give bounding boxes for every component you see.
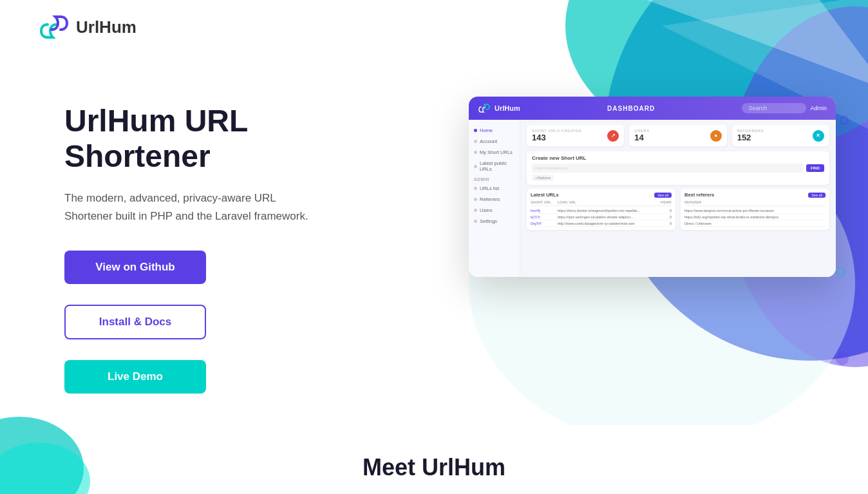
live-demo-button[interactable]: Live Demo bbox=[64, 360, 206, 394]
create-options-row: +Options bbox=[532, 175, 824, 181]
views-cell: 0 bbox=[659, 209, 672, 213]
dashboard-header: UrlHum DASHBOARD Search Admin bbox=[469, 97, 836, 120]
create-url-button[interactable]: FIND bbox=[806, 164, 824, 172]
stats-row: SHORT URLS CREATED 143 ↗ USERS 14 ● bbox=[527, 125, 829, 146]
sidebar-item-my-urls[interactable]: My Short URLs bbox=[469, 147, 520, 158]
col-views: VIEWS bbox=[659, 200, 672, 204]
sidebar-item-home[interactable]: Home bbox=[469, 125, 520, 136]
sidebar-dot bbox=[474, 198, 477, 201]
deco-circle-2 bbox=[836, 267, 845, 276]
sidebar-dot bbox=[474, 220, 477, 223]
sidebar-item-users[interactable]: Users bbox=[469, 205, 520, 216]
stat-value: 143 bbox=[532, 133, 581, 142]
best-refs-title: Best referers bbox=[684, 192, 714, 198]
latest-urls-title: Latest URLs bbox=[531, 192, 559, 198]
sidebar-item-public-urls[interactable]: Latest public URLs bbox=[469, 158, 520, 175]
col-referer: REFERER bbox=[684, 200, 826, 204]
dashboard-logo-text: UrlHum bbox=[495, 104, 520, 112]
stat-card-urls: SHORT URLS CREATED 143 ↗ bbox=[527, 125, 624, 146]
dashboard-title: DASHBOARD bbox=[607, 105, 655, 112]
table-row: https://www.tangner.com/rural-active-pro… bbox=[684, 207, 826, 214]
deco-circle-1 bbox=[840, 116, 849, 125]
meet-section: Meet UrlHum bbox=[0, 441, 868, 494]
long-url-cell: https://ipor-verlingen-sit-plakim-dictat… bbox=[558, 215, 657, 219]
table-row: hxvr8j https://docs.docker.io/engine/cli… bbox=[531, 207, 672, 214]
sidebar-admin-section: Admin bbox=[469, 175, 520, 183]
hero-subtitle: The modern, advanced, privacy-aware URL … bbox=[64, 189, 386, 224]
stat-icon-urls: ↗ bbox=[607, 130, 619, 142]
short-url-cell: DrgTrF bbox=[531, 222, 556, 225]
navbar: UrlHum bbox=[0, 0, 868, 54]
logo-container: UrlHum bbox=[39, 12, 829, 43]
dashboard-body: Home Account My Short URLs Latest public… bbox=[469, 120, 836, 277]
create-section-title: Create new Short URL bbox=[532, 155, 824, 161]
sidebar-dot bbox=[474, 140, 477, 143]
latest-urls-see-all[interactable]: See all bbox=[654, 193, 672, 198]
referer-cell: Direct / Unknown bbox=[684, 222, 826, 225]
github-button[interactable]: View on Github bbox=[64, 251, 206, 284]
sidebar-item-settings[interactable]: Settings bbox=[469, 216, 520, 227]
table-row: kj717t https://ipor-verlingen-sit-plakim… bbox=[531, 214, 672, 220]
best-refs-see-all[interactable]: See all bbox=[808, 193, 826, 198]
sidebar-dot bbox=[474, 129, 477, 132]
latest-urls-table: Latest URLs See all SHORT URL LONG URL V… bbox=[527, 189, 675, 230]
table-row: https://bit2.org/repeltut-nip-rehat-lent… bbox=[684, 214, 826, 220]
dashboard-admin: Admin bbox=[810, 105, 827, 111]
dashboard-mockup: UrlHum DASHBOARD Search Admin Home Acc bbox=[469, 97, 836, 277]
sidebar-dot bbox=[474, 187, 477, 190]
options-toggle[interactable]: +Options bbox=[532, 175, 554, 181]
col-long-url: LONG URL bbox=[558, 200, 657, 204]
sidebar-item-account[interactable]: Account bbox=[469, 136, 520, 147]
stat-value: 14 bbox=[634, 133, 649, 142]
short-url-cell: hxvr8j bbox=[531, 209, 556, 213]
stat-card-referrers: REFERRERS 152 ✕ bbox=[732, 125, 829, 146]
logo-icon bbox=[39, 12, 70, 43]
referer-cell: https://bit2.org/repeltut-nip-rehat-lent… bbox=[684, 215, 826, 219]
create-url-input[interactable]: https://website.com bbox=[532, 164, 804, 173]
create-url-section: Create new Short URL https://website.com… bbox=[527, 151, 829, 185]
deco-circle-3 bbox=[836, 352, 849, 365]
hero-section: UrlHum UrlHum URL Shortener The modern, … bbox=[0, 0, 868, 494]
stat-value: 152 bbox=[737, 133, 764, 142]
dashboard-logo-icon bbox=[478, 102, 491, 115]
table-row: Direct / Unknown bbox=[684, 220, 826, 227]
dashboard-logo: UrlHum bbox=[478, 102, 520, 115]
refs-cols: REFERER bbox=[684, 200, 826, 206]
col-short-url: SHORT URL bbox=[531, 200, 556, 204]
cta-buttons: View on Github Install & Docs Live Demo bbox=[64, 251, 386, 394]
sidebar-dot bbox=[474, 151, 477, 154]
referer-cell: https://www.tangner.com/rural-active-pro… bbox=[684, 209, 826, 213]
logo-text: UrlHum bbox=[76, 17, 137, 37]
best-refs-table: Best referers See all REFERER https://ww… bbox=[681, 189, 829, 230]
stat-icon-users: ● bbox=[710, 130, 722, 142]
sidebar-dot bbox=[474, 165, 477, 168]
long-url-cell: http://www.comit.it/pages/ore-xy-ualster… bbox=[558, 222, 657, 225]
latest-urls-header: Latest URLs See all bbox=[531, 192, 672, 198]
dashboard-sidebar: Home Account My Short URLs Latest public… bbox=[469, 120, 520, 277]
hero-title: UrlHum URL Shortener bbox=[64, 103, 386, 174]
short-url-cell: kj717t bbox=[531, 215, 556, 219]
long-url-cell: https://docs.docker.io/engine/cli/ps/doc… bbox=[558, 209, 657, 213]
stat-icon-refs: ✕ bbox=[813, 130, 824, 142]
views-cell: 0 bbox=[659, 215, 672, 219]
hero-content: UrlHum URL Shortener The modern, advance… bbox=[64, 103, 386, 394]
sidebar-item-referrers[interactable]: Referrers bbox=[469, 194, 520, 205]
best-refs-header: Best referers See all bbox=[684, 192, 826, 198]
table-row: DrgTrF http://www.comit.it/pages/ore-xy-… bbox=[531, 220, 672, 227]
meet-title: Meet UrlHum bbox=[13, 454, 855, 481]
create-url-row: https://website.com FIND bbox=[532, 164, 824, 173]
install-docs-button[interactable]: Install & Docs bbox=[64, 305, 206, 339]
dashboard-tables: Latest URLs See all SHORT URL LONG URL V… bbox=[527, 189, 829, 230]
sidebar-dot bbox=[474, 209, 477, 212]
dashboard-search[interactable]: Search bbox=[742, 103, 806, 113]
views-cell: 0 bbox=[659, 222, 672, 225]
dashboard-main: SHORT URLS CREATED 143 ↗ USERS 14 ● bbox=[520, 120, 836, 277]
stat-card-users: USERS 14 ● bbox=[629, 125, 726, 146]
sidebar-item-url-list[interactable]: URLs list bbox=[469, 183, 520, 194]
latest-urls-cols: SHORT URL LONG URL VIEWS bbox=[531, 200, 672, 206]
